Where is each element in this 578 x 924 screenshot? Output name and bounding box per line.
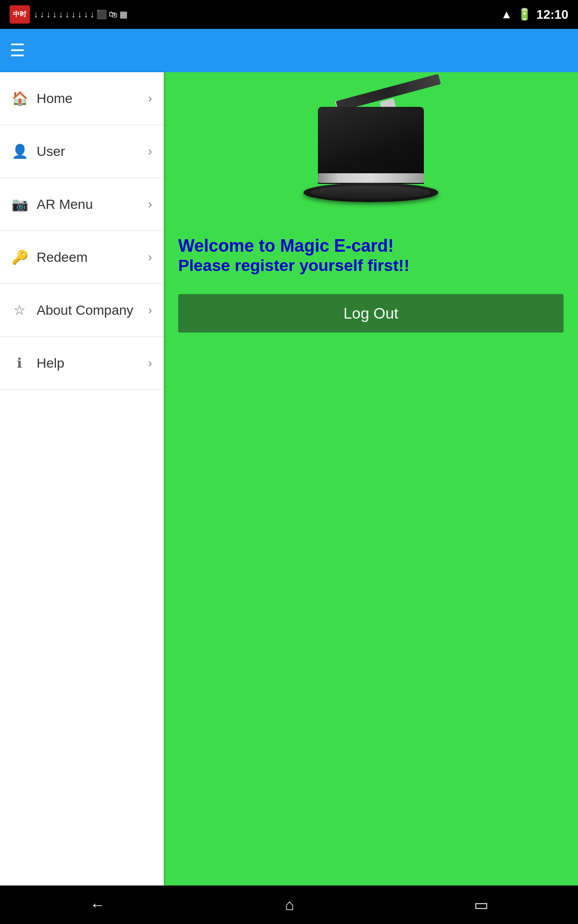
- chevron-redeem: ›: [148, 250, 152, 265]
- back-button[interactable]: ←: [75, 891, 119, 919]
- user-icon: 👤: [12, 143, 27, 159]
- sidebar-item-left-redeem: 🔑 Redeem: [12, 249, 88, 265]
- notif-bag: 🛍: [109, 10, 118, 20]
- sidebar-item-user[interactable]: 👤 User ›: [0, 125, 164, 178]
- sidebar-item-left-ar: 📷 AR Menu: [12, 196, 93, 212]
- notification-icons: ↓ ↓ ↓ ↓ ↓ ↓ ↓ ↓ ↓ ↓ ⬛ 🛍 ▦: [34, 9, 128, 20]
- home-button[interactable]: ⌂: [270, 891, 308, 919]
- notif-arrow-4: ↓: [53, 10, 57, 20]
- sidebar-item-left-home: 🏠 Home: [12, 90, 73, 106]
- sidebar-label-ar: AR Menu: [37, 197, 93, 212]
- chevron-ar: ›: [148, 197, 152, 212]
- notif-arrow-6: ↓: [65, 10, 69, 20]
- notif-arrow-10: ↓: [90, 10, 94, 20]
- time-display: 12:10: [537, 7, 569, 22]
- sidebar-item-home[interactable]: 🏠 Home ›: [0, 72, 164, 125]
- hat-container: [164, 72, 578, 231]
- menu-icon[interactable]: ☰: [10, 40, 25, 61]
- star-icon: ☆: [12, 302, 27, 318]
- notif-download-box: ⬛: [96, 9, 107, 20]
- notif-arrow-7: ↓: [71, 10, 76, 20]
- sidebar-item-left-help: ℹ Help: [12, 355, 65, 371]
- hat-band: [318, 173, 424, 183]
- chevron-help: ›: [148, 356, 152, 371]
- sidebar-item-help[interactable]: ℹ Help ›: [0, 337, 164, 390]
- notif-arrow-9: ↓: [84, 10, 88, 20]
- sidebar-label-home: Home: [37, 91, 73, 106]
- bottom-nav: ← ⌂ ▭: [0, 886, 578, 924]
- sidebar-item-ar-menu[interactable]: 📷 AR Menu ›: [0, 178, 164, 231]
- sidebar-label-user: User: [37, 144, 65, 159]
- notif-arrow-8: ↓: [78, 10, 82, 20]
- notif-arrow-2: ↓: [40, 10, 44, 20]
- main-area: 🏠 Home › 👤 User › 📷 AR Menu › 🔑 Red: [0, 72, 578, 886]
- notif-arrow-3: ↓: [46, 10, 51, 20]
- content-panel: Welcome to Magic E-card! Please register…: [164, 72, 578, 886]
- recents-button[interactable]: ▭: [460, 891, 503, 919]
- chevron-home: ›: [148, 91, 152, 106]
- sidebar-label-about: About Company: [37, 303, 133, 318]
- status-bar-left: 中时 ↓ ↓ ↓ ↓ ↓ ↓ ↓ ↓ ↓ ↓ ⬛ 🛍 ▦: [10, 5, 128, 24]
- welcome-line2: Please register yourself first!!: [178, 256, 409, 275]
- sidebar-label-redeem: Redeem: [37, 250, 88, 265]
- sidebar-item-about-company[interactable]: ☆ About Company ›: [0, 284, 164, 337]
- hat-brim: [303, 183, 438, 202]
- key-icon: 🔑: [12, 249, 27, 265]
- action-bar: ☰: [0, 29, 578, 72]
- logout-button[interactable]: Log Out: [178, 294, 564, 333]
- magic-hat-image: [299, 87, 443, 221]
- app-icon: 中时: [10, 5, 30, 24]
- sidebar-item-left-user: 👤 User: [12, 143, 65, 159]
- hat-body: [318, 107, 424, 184]
- welcome-line1: Welcome to Magic E-card!: [178, 236, 409, 256]
- wifi-icon: ▲: [501, 8, 512, 21]
- notif-arrow-5: ↓: [59, 10, 63, 20]
- chevron-about: ›: [148, 303, 152, 318]
- status-bar-right: ▲ 🔋 12:10: [501, 7, 568, 22]
- sidebar-item-left-about: ☆ About Company: [12, 302, 133, 318]
- camera-icon: 📷: [12, 196, 27, 212]
- battery-icon: 🔋: [517, 8, 532, 21]
- notif-bars: ▦: [119, 9, 128, 20]
- sidebar: 🏠 Home › 👤 User › 📷 AR Menu › 🔑 Red: [0, 72, 164, 886]
- welcome-text-area: Welcome to Magic E-card! Please register…: [164, 231, 424, 280]
- notif-arrow-1: ↓: [34, 10, 38, 20]
- info-icon: ℹ: [12, 355, 27, 371]
- sidebar-label-help: Help: [37, 356, 65, 371]
- home-icon: 🏠: [12, 90, 27, 106]
- status-bar: 中时 ↓ ↓ ↓ ↓ ↓ ↓ ↓ ↓ ↓ ↓ ⬛ 🛍 ▦ ▲ 🔋 12:10: [0, 0, 578, 29]
- chevron-user: ›: [148, 144, 152, 159]
- sidebar-item-redeem[interactable]: 🔑 Redeem ›: [0, 231, 164, 284]
